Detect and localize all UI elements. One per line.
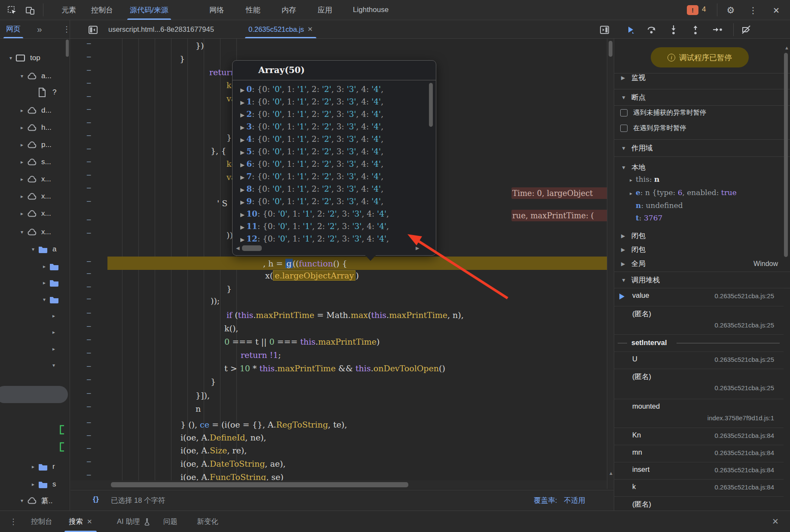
popup-scroll-right-icon[interactable]: ▶ [416,245,419,251]
chevron-down-icon[interactable]: ▾ [21,73,27,79]
tree-item[interactable]: ▸x... [21,190,51,203]
scroll-arrow-icon[interactable]: ▲ [609,471,613,476]
more-options-icon[interactable]: ⋮ [747,4,759,16]
tree-item[interactable]: ▸s... [21,156,51,168]
stack-frame-row[interactable]: (匿名)0.2635c521cba.js:25 [614,306,784,334]
device-toolbar-icon[interactable] [24,4,36,16]
resume-script-icon[interactable] [624,24,636,36]
editor-horizontal-scrollbar[interactable] [70,480,607,489]
chevron-right-icon[interactable]: ▶ [240,174,246,180]
chevron-right-icon[interactable]: ▸ [21,211,27,217]
tree-item[interactable]: ▸ [52,309,58,322]
deactivate-breakpoints-icon[interactable] [740,24,752,36]
panel-tab-5[interactable]: 内存 [282,0,296,20]
gutter-line-marker[interactable]: – [87,471,93,479]
popup-scroll-left-icon[interactable]: ◀ [236,245,239,251]
tree-item[interactable]: ? [32,86,56,99]
gutter-line-marker[interactable]: – [87,375,93,384]
error-badge-icon[interactable]: ! [687,5,698,15]
gutter-line-marker[interactable]: – [87,294,93,303]
popup-array-row[interactable]: ▶ 8: {0: '0', 1: '1', 2: '2', 3: '3', 4:… [240,183,425,195]
chevron-right-icon[interactable]: ▸ [21,107,27,113]
scope-closure[interactable]: ▶ 闭包 [621,229,646,243]
inspect-element-icon[interactable] [6,4,18,16]
navigator-scrollbar[interactable] [66,40,69,57]
code-line[interactable]: } [227,282,232,295]
chevron-right-icon[interactable]: ▸ [21,125,27,131]
gutter-line-marker[interactable]: – [87,457,93,466]
gutter-line-marker[interactable]: – [87,215,93,224]
gutter-line-marker[interactable]: – [87,229,93,237]
code-line[interactable]: i(oe, A.DateToString, ae), [181,457,285,470]
chevron-down-icon[interactable]: ▾ [52,362,58,368]
code-line[interactable]: return !1; [241,349,281,361]
step-over-icon[interactable] [646,24,658,36]
file-tab-0[interactable]: userscript.html...6-8e2831677945 [108,20,214,38]
code-line[interactable]: i(oe, A.Size, re), [181,444,247,457]
chevron-right-icon[interactable]: ▸ [32,464,38,470]
chevron-right-icon[interactable]: ▶ [240,87,246,93]
stack-frame-row[interactable]: k0.2635c521cba.js:84 [614,479,784,496]
panel-tab-1[interactable]: 控制台 [91,0,113,20]
chevron-right-icon[interactable]: ▶ [240,236,246,243]
panel-tab-3[interactable]: 网络 [209,0,224,20]
popup-array-row[interactable]: ▶ 1: {0: '0', 1: '1', 2: '2', 3: '3', 4:… [240,95,425,108]
editor-vertical-scrollbar[interactable]: ▲ [607,39,614,489]
chevron-right-icon[interactable]: ▶ [240,112,246,118]
chevron-down-icon[interactable]: ▾ [21,498,27,504]
drawer-tab-3[interactable]: 问题 [163,511,178,532]
code-line[interactable]: x(e.largeObjectArray) [265,269,359,282]
popup-array-row[interactable]: ▶ 2: {0: '0', 1: '1', 2: '2', 3: '3', 4:… [240,108,425,120]
gutter-line-marker[interactable]: – [87,389,93,397]
panel-tab-4[interactable]: 性能 [246,0,260,20]
tree-item[interactable]: ▾top [9,52,40,64]
chevron-right-icon[interactable]: ▸ [21,176,27,182]
stack-frame-row[interactable]: mountedindex.3758e7f9d1d.js:1 [614,399,784,428]
tree-item[interactable] [52,440,70,453]
scope-variable-row[interactable]: n: undefined [630,201,790,210]
tree-item[interactable]: ▸h... [21,121,52,134]
gutter-line-marker[interactable]: – [87,309,93,317]
step-into-icon[interactable] [668,24,680,36]
chevron-right-icon[interactable]: ▸ [630,177,636,183]
gutter-line-marker[interactable]: – [87,444,93,453]
gutter-line-marker[interactable]: – [87,257,93,266]
code-line[interactable]: }]), [196,389,210,402]
gutter-line-marker[interactable]: – [87,118,93,127]
stack-frame-row[interactable]: U0.2635c521cba.js:25 [614,352,784,369]
popup-array-row[interactable]: ▶ 11: {0: '0', 1: '1', 2: '2', 3: '3', 4… [240,220,425,232]
tree-item[interactable]: ▸ [43,260,64,273]
chevron-right-icon[interactable]: ▸ [43,280,49,286]
settings-gear-icon[interactable]: ⚙ [725,4,737,16]
gutter-line-marker[interactable]: – [87,335,93,344]
file-tab-1[interactable]: 0.2635c521cba.js✕ [248,20,313,38]
tree-item[interactable]: ▾a... [21,70,52,83]
chevron-right-icon[interactable]: ▸ [21,142,27,148]
gutter-line-marker[interactable]: – [87,183,93,192]
code-line[interactable]: } [211,375,216,388]
chevron-down-icon[interactable]: ▾ [43,297,49,303]
panel-tab-2[interactable]: 源代码/来源 [130,0,168,20]
code-line[interactable]: ' S [217,197,227,210]
tree-item[interactable]: ▸ [52,326,58,339]
sidebar-scrollbar[interactable] [784,53,788,257]
chevron-right-icon[interactable]: ▶ [240,149,246,156]
gutter-line-marker[interactable]: – [87,92,93,101]
tree-item[interactable]: ▾纂.. [21,494,52,507]
step-icon[interactable] [711,24,723,36]
gutter-line-marker[interactable]: – [87,144,93,153]
error-count[interactable]: 4 [702,5,706,14]
tree-item[interactable]: ▸ [43,276,64,289]
tab-page[interactable]: 网页 [6,20,21,38]
navigator-more-icon[interactable]: ⋮ [63,24,70,34]
tree-item[interactable]: ▸d... [21,104,52,117]
chevron-down-icon[interactable]: ▾ [32,246,38,252]
popup-array-row[interactable]: ▶ 0: {0: '0', 1: '1', 2: '2', 3: '3', 4:… [240,83,425,95]
close-tab-icon[interactable]: ✕ [87,518,92,526]
scope-variable-row[interactable]: ▸this: n [630,175,790,183]
drawer-tab-1[interactable]: 搜索✕ [69,511,92,532]
gutter-line-marker[interactable]: – [87,39,93,48]
gutter-line-marker[interactable]: – [87,131,93,140]
gutter-line-marker[interactable]: – [87,349,93,357]
gutter-line-marker[interactable]: – [87,269,93,278]
